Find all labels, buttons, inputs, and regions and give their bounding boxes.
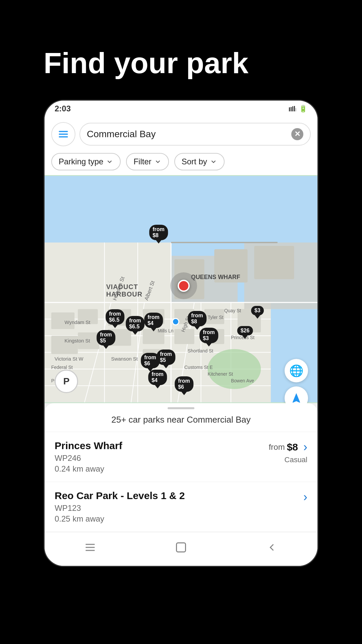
carpark-item-reo[interactable]: Reo Car Park - Levels 1 & 2 WP123 0.25 k…	[45, 482, 317, 532]
price-from-label-1: from	[269, 442, 285, 452]
parking-type-label: Parking type	[59, 157, 103, 166]
svg-rect-44	[254, 246, 294, 279]
carpark-item-princes-wharf[interactable]: Princes Wharf WP246 0.24 km away from $8…	[45, 432, 317, 482]
map-pin-p13[interactable]: from$6	[175, 376, 193, 392]
carpark-dist-reo: 0.25 km away	[55, 514, 185, 524]
results-count: 25+ car parks near Commercial Bay	[45, 415, 317, 432]
svg-text:Federal St: Federal St	[51, 365, 73, 370]
carpark-info-reo: Reo Car Park - Levels 1 & 2 WP123 0.25 k…	[55, 490, 185, 524]
carpark-info-princes-wharf: Princes Wharf WP246 0.24 km away	[55, 440, 122, 474]
carpark-price-reo: ›	[300, 490, 307, 504]
svg-text:Tyler St: Tyler St	[207, 315, 223, 320]
parking-badge-label: P	[63, 376, 70, 387]
drag-handle[interactable]	[168, 407, 194, 409]
svg-rect-2	[292, 106, 293, 111]
search-input[interactable]: Commercial Bay	[87, 129, 288, 140]
results-panel: 25+ car parks near Commercial Bay Prince…	[45, 403, 317, 532]
map-pin-p1[interactable]: from$8	[149, 225, 168, 240]
parking-badge[interactable]: P	[55, 370, 78, 393]
map-pin-p3[interactable]: from$6.5	[126, 316, 144, 331]
filter-bar: Parking type Filter Sort by	[45, 150, 317, 175]
svg-text:Kingston St: Kingston St	[65, 338, 90, 343]
svg-rect-69	[176, 543, 185, 552]
map-pin-p5[interactable]: from$8	[188, 311, 206, 326]
svg-text:Victoria St W: Victoria St W	[55, 356, 83, 362]
map-pin-p11[interactable]: from$5	[157, 350, 175, 365]
status-time: 2:03	[55, 104, 71, 113]
map-pin-p7[interactable]: from$5	[97, 330, 115, 345]
map-pin-p9[interactable]: $3	[251, 306, 264, 315]
map-pin-p8[interactable]: $26	[237, 326, 253, 335]
svg-text:Wyndam St: Wyndam St	[65, 320, 91, 325]
user-location-dot	[172, 318, 179, 325]
sort-by-label: Sort by	[182, 157, 207, 166]
svg-rect-1	[291, 107, 292, 111]
globe-control[interactable]: 🌐	[285, 359, 308, 382]
carpark-type-1: Casual	[285, 455, 307, 464]
filter-label: Filter	[133, 157, 151, 166]
svg-text:Bowen Ave: Bowen Ave	[231, 378, 254, 383]
headline: Find your park	[44, 47, 318, 79]
map-area[interactable]: Hobson St Albert St High St Wyndam St Ki…	[45, 175, 317, 403]
svg-rect-10	[45, 243, 171, 309]
map-pin-p12[interactable]: from$4	[148, 370, 167, 385]
search-input-wrap[interactable]: Commercial Bay ✕	[79, 123, 311, 146]
carpark-price-princes-wharf: from $8 › Casual	[269, 440, 307, 464]
nav-home-button[interactable]	[168, 539, 194, 556]
chevron-right-icon-2[interactable]: ›	[303, 490, 307, 504]
svg-text:Kitchener St: Kitchener St	[207, 371, 233, 377]
svg-rect-0	[289, 107, 290, 111]
price-amount-1: $8	[287, 441, 298, 453]
nav-menu-button[interactable]	[77, 539, 104, 556]
carpark-name-princes-wharf: Princes Wharf	[55, 440, 122, 451]
svg-text:VIADUCT: VIADUCT	[106, 283, 138, 290]
clear-button[interactable]: ✕	[291, 128, 303, 140]
svg-rect-4	[295, 108, 296, 111]
bottom-nav	[45, 532, 317, 566]
svg-text:QUEENS WHARF: QUEENS WHARF	[191, 274, 240, 280]
search-area: Commercial Bay ✕	[45, 117, 317, 150]
svg-text:HARBOUR: HARBOUR	[106, 290, 142, 298]
chevron-right-icon-1[interactable]: ›	[303, 440, 307, 454]
location-marker	[170, 272, 197, 299]
svg-text:Quay St: Quay St	[224, 308, 241, 313]
phone-frame: 2:03 🔋 Commercial Bay ✕ Parking type Fil…	[44, 100, 318, 567]
menu-button[interactable]	[51, 122, 75, 146]
svg-text:Mills Ln: Mills Ln	[158, 328, 174, 333]
nav-back-button[interactable]	[258, 539, 285, 556]
svg-text:Shortland St: Shortland St	[188, 348, 214, 353]
parking-type-filter[interactable]: Parking type	[51, 153, 121, 170]
svg-text:Customs St E: Customs St E	[184, 365, 213, 370]
carpark-dist-princes-wharf: 0.24 km away	[55, 464, 122, 474]
carpark-code-reo: WP123	[55, 503, 185, 513]
status-icons: 🔋	[289, 105, 307, 113]
carpark-code-princes-wharf: WP246	[55, 453, 122, 463]
map-pin-p6[interactable]: from$3	[199, 328, 218, 343]
map-pin-p4[interactable]: from$4	[144, 313, 163, 328]
carpark-name-reo: Reo Car Park - Levels 1 & 2	[55, 490, 185, 501]
status-bar: 2:03 🔋	[45, 101, 317, 117]
sort-by-button[interactable]: Sort by	[174, 153, 225, 170]
map-pin-p2[interactable]: from$6.5	[106, 309, 124, 325]
svg-rect-3	[294, 106, 295, 111]
svg-text:Swanson St: Swanson St	[111, 356, 138, 362]
filter-button[interactable]: Filter	[126, 153, 169, 170]
